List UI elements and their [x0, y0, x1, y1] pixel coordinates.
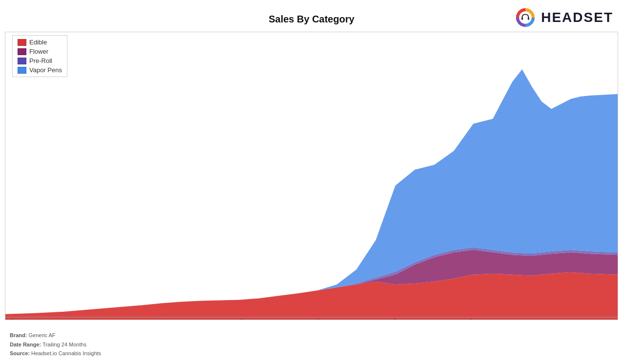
chart-svg: 2023-09 2023-11 2024-01 2024-03 2024-05 … [5, 32, 618, 320]
svg-rect-2 [521, 17, 523, 20]
footer-source-label: Source: [10, 350, 30, 356]
legend-swatch-vaporpens [18, 67, 26, 74]
footer-source-value: Headset.io Cannabis Insights [31, 350, 101, 356]
logo-text: HEADSET [541, 10, 613, 25]
footer-brand-value: Generic AF [29, 332, 56, 338]
legend-swatch-flower [18, 48, 26, 55]
chart-area: 2023-09 2023-11 2024-01 2024-03 2024-05 … [5, 32, 618, 320]
chart-legend: Edible Flower Pre-Roll Vapor Pens [12, 35, 67, 77]
edible-area [5, 272, 618, 320]
chart-title: Sales By Category [269, 14, 354, 25]
footer-info: Brand: Generic AF Date Range: Trailing 2… [10, 331, 101, 358]
headset-logo: HEADSET [514, 6, 613, 29]
footer-date-range-label: Date Range: [10, 342, 41, 347]
legend-swatch-preroll [18, 58, 26, 64]
footer-brand: Brand: Generic AF [10, 331, 101, 340]
footer-source: Source: Headset.io Cannabis Insights [10, 349, 101, 358]
legend-label-flower: Flower [29, 48, 48, 55]
legend-item-edible: Edible [18, 39, 62, 46]
legend-swatch-edible [18, 39, 26, 46]
legend-label-vaporpens: Vapor Pens [29, 66, 62, 74]
headset-logo-icon [514, 6, 537, 29]
legend-label-edible: Edible [29, 39, 47, 46]
legend-label-preroll: Pre-Roll [29, 57, 52, 64]
footer-date-range-value: Trailing 24 Months [42, 342, 86, 347]
footer-brand-label: Brand: [10, 332, 27, 338]
svg-rect-3 [528, 17, 529, 20]
legend-item-preroll: Pre-Roll [18, 57, 62, 64]
footer-date-range: Date Range: Trailing 24 Months [10, 340, 101, 349]
legend-item-vaporpens: Vapor Pens [18, 66, 62, 74]
legend-item-flower: Flower [18, 48, 62, 55]
page-container: HEADSET Sales By Category Edible Flower … [0, 0, 623, 364]
